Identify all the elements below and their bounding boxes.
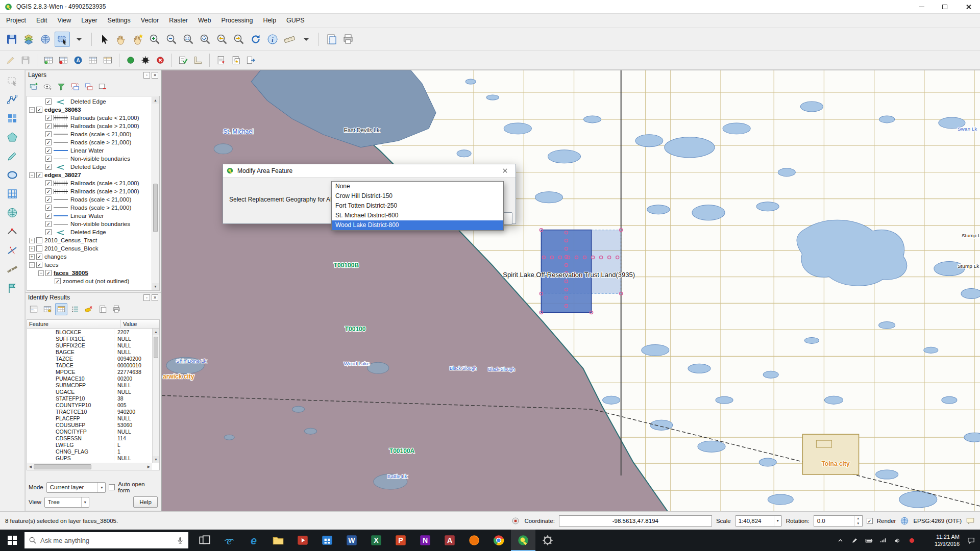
zoom-out-icon[interactable]: [164, 32, 179, 47]
scale-combo[interactable]: 1:40,824 ▼: [735, 515, 782, 527]
messages-icon[interactable]: [966, 516, 975, 525]
identify-row[interactable]: PLACEFPNULL: [27, 415, 152, 421]
map-composer-icon[interactable]: [21, 32, 36, 47]
layer-item[interactable]: ✓Railroads (scale < 21,000): [28, 179, 151, 187]
caret-icon[interactable]: [299, 32, 314, 47]
speaker-icon[interactable]: [891, 534, 903, 546]
chevron-up-icon[interactable]: [834, 534, 846, 546]
identify-row[interactable]: COUSUBFP53060: [27, 421, 152, 428]
identify-row[interactable]: TRACTCE10940200: [27, 408, 152, 415]
clear-results-icon[interactable]: [83, 303, 95, 315]
store-icon[interactable]: [315, 530, 339, 551]
media-icon[interactable]: [290, 530, 315, 551]
pan-globe-icon[interactable]: [38, 32, 53, 47]
layer-checkbox[interactable]: ✓: [45, 156, 52, 162]
layer-item[interactable]: ✓Deleted Edge: [28, 97, 151, 106]
menu-vector[interactable]: Vector: [141, 17, 159, 24]
collapse-tables-icon[interactable]: [83, 81, 95, 93]
value-column-header[interactable]: Value: [121, 320, 139, 328]
filter-funnel-icon[interactable]: [55, 81, 67, 93]
qgis-icon[interactable]: [511, 530, 535, 551]
layer-table-icon[interactable]: [101, 54, 114, 67]
tool-icon[interactable]: [535, 530, 560, 551]
form-open-icon[interactable]: [244, 54, 257, 67]
attr-table-icon[interactable]: [86, 54, 100, 67]
stop-render-icon[interactable]: [511, 516, 520, 525]
four-squares-icon[interactable]: [5, 111, 20, 126]
dropdown-option[interactable]: Wood Lake District-800: [332, 220, 503, 230]
close-panel-icon[interactable]: ✕: [152, 294, 158, 301]
minimize-button[interactable]: [910, 0, 933, 14]
layer-checkbox[interactable]: ✓: [45, 131, 52, 137]
layer-item[interactable]: ✓Railroads (scale > 21,000): [28, 122, 151, 130]
layer-checkbox[interactable]: ✓: [36, 262, 42, 268]
layer-item[interactable]: +✓changes: [28, 253, 151, 261]
layer-item[interactable]: ✓Roads (scale < 21,000): [28, 195, 151, 204]
pen-icon[interactable]: [848, 534, 861, 546]
print-results-icon[interactable]: [110, 303, 122, 315]
taskbar-search[interactable]: Ask me anything: [24, 532, 188, 548]
caret-icon[interactable]: [71, 32, 87, 47]
identify-row[interactable]: STATEFP1038: [27, 395, 152, 402]
task-view-icon[interactable]: [192, 530, 217, 551]
expand-tables-icon[interactable]: [69, 81, 81, 93]
help-button[interactable]: Help: [133, 496, 158, 508]
menu-layer[interactable]: Layer: [81, 17, 97, 24]
menu-project[interactable]: Project: [6, 17, 26, 24]
copy-map-icon[interactable]: [324, 32, 339, 47]
collapse-icon[interactable]: −: [38, 270, 44, 276]
zoom-in-icon[interactable]: [147, 32, 162, 47]
firefox-icon[interactable]: [462, 530, 486, 551]
layer-checkbox[interactable]: [36, 237, 42, 243]
identify-row[interactable]: TAZCE00940200: [27, 355, 152, 362]
coordinate-input[interactable]: [559, 515, 712, 527]
network-icon[interactable]: [877, 534, 889, 546]
auto-open-checkbox[interactable]: [109, 484, 115, 490]
identify-row[interactable]: CONCITYFPNULL: [27, 428, 152, 435]
dialog-close-icon[interactable]: [497, 165, 512, 177]
collapse-icon[interactable]: −: [29, 107, 35, 113]
layer-item[interactable]: ✓Non-visible boundaries: [28, 155, 151, 163]
expand-icon[interactable]: +: [29, 246, 35, 252]
zoom-native-icon[interactable]: 1:1: [181, 32, 196, 47]
menu-settings[interactable]: Settings: [108, 17, 131, 24]
layer-checkbox[interactable]: ✓: [45, 221, 52, 227]
menu-gups[interactable]: GUPS: [286, 17, 304, 24]
rotation-spinbox[interactable]: 0.0 ▲▼: [814, 515, 863, 527]
measure-line-icon[interactable]: [5, 262, 20, 277]
line-nodes-icon[interactable]: [5, 92, 20, 107]
tree-list-icon[interactable]: [69, 303, 81, 315]
angle-ruler-icon[interactable]: [191, 54, 205, 67]
layer-item[interactable]: ✓Non-visible boundaries: [28, 220, 151, 228]
identify-row[interactable]: CHNG_FLAG1: [27, 448, 152, 455]
doc-red-icon[interactable]: [214, 54, 228, 67]
layer-item[interactable]: ✓Railroads (scale > 21,000): [28, 187, 151, 195]
map-canvas[interactable]: St. MichaelEast Devils LkSwan LkStump Lk…: [161, 70, 980, 511]
node-edit-icon[interactable]: [5, 224, 20, 239]
layer-checkbox[interactable]: ✓: [45, 180, 52, 186]
layer-item[interactable]: ✓Deleted Edge: [28, 163, 151, 171]
layer-item[interactable]: +2010_Census_Block: [28, 244, 151, 253]
spin-down-icon[interactable]: ▼: [854, 521, 862, 526]
identify-row[interactable]: LWFLGL: [27, 441, 152, 448]
layer-checkbox[interactable]: ✓: [45, 229, 52, 235]
layer-item[interactable]: ✓Roads (scale < 21,000): [28, 130, 151, 138]
battery-icon[interactable]: [863, 534, 875, 546]
dot-black-icon[interactable]: [139, 54, 152, 67]
menu-view[interactable]: View: [57, 17, 71, 24]
identify-row[interactable]: MPOCE22774638: [27, 368, 152, 375]
layer-item[interactable]: ✓Linear Water: [28, 146, 151, 155]
word-icon[interactable]: W: [339, 530, 364, 551]
powerpoint-icon[interactable]: P: [388, 530, 413, 551]
close-panel-icon[interactable]: ✕: [152, 72, 158, 79]
dot-green-icon[interactable]: [124, 54, 137, 67]
ie-icon[interactable]: e: [217, 530, 241, 551]
zoom-last-icon[interactable]: [214, 32, 230, 47]
save-icon[interactable]: [4, 32, 19, 47]
mode-combo[interactable]: Current layer ▼: [46, 482, 106, 493]
layer-checkbox[interactable]: ✓: [45, 213, 52, 219]
spin-up-icon[interactable]: ▲: [854, 516, 862, 521]
action-center-icon[interactable]: [965, 534, 977, 546]
layer-checkbox[interactable]: ✓: [45, 139, 52, 145]
close-button[interactable]: [957, 0, 980, 14]
